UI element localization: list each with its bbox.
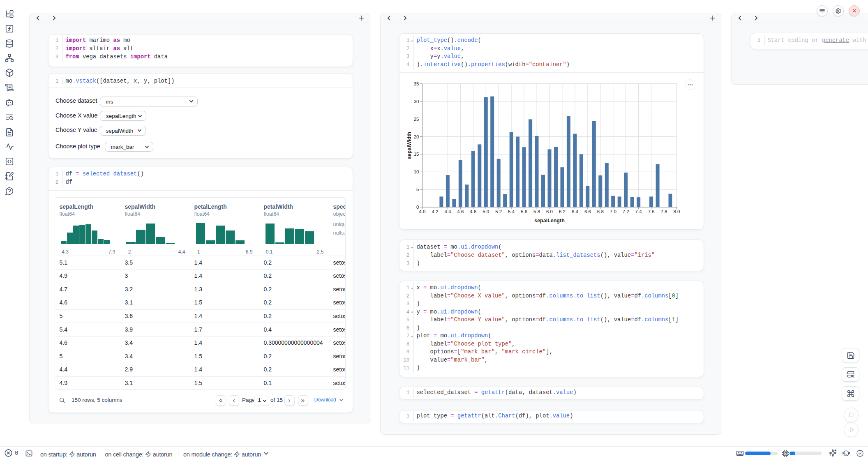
svg-text:7.0: 7.0: [609, 209, 616, 214]
svg-text:6.2: 6.2: [559, 209, 565, 214]
svg-text:7.2: 7.2: [622, 209, 629, 214]
svg-text:5: 5: [416, 187, 419, 192]
svg-text:15: 15: [413, 152, 419, 157]
svg-text:6.6: 6.6: [584, 209, 591, 214]
svg-text:7.4: 7.4: [635, 209, 642, 214]
svg-text:5.6: 5.6: [521, 209, 527, 214]
svg-text:20: 20: [413, 134, 419, 139]
svg-text:35: 35: [413, 81, 419, 86]
svg-text:4.6: 4.6: [457, 209, 464, 214]
svg-text:sepalLength: sepalLength: [534, 218, 565, 224]
svg-text:0: 0: [416, 205, 419, 210]
svg-text:5.8: 5.8: [533, 209, 540, 214]
svg-text:30: 30: [413, 99, 419, 104]
svg-text:sepalWidth: sepalWidth: [406, 132, 412, 159]
svg-text:6.4: 6.4: [571, 209, 578, 214]
svg-text:5.4: 5.4: [508, 209, 515, 214]
svg-text:7.8: 7.8: [660, 209, 667, 214]
svg-text:25: 25: [413, 117, 419, 122]
svg-text:4.2: 4.2: [432, 209, 438, 214]
svg-text:4.8: 4.8: [470, 209, 476, 214]
svg-text:10: 10: [413, 170, 419, 175]
svg-text:4.0: 4.0: [419, 209, 425, 214]
svg-text:5.0: 5.0: [482, 209, 489, 214]
svg-text:5.2: 5.2: [495, 209, 502, 214]
svg-text:6.8: 6.8: [597, 209, 603, 214]
svg-text:8.0: 8.0: [673, 209, 680, 214]
svg-text:7.6: 7.6: [648, 209, 654, 214]
svg-text:4.4: 4.4: [444, 209, 451, 214]
svg-text:6.0: 6.0: [546, 209, 553, 214]
